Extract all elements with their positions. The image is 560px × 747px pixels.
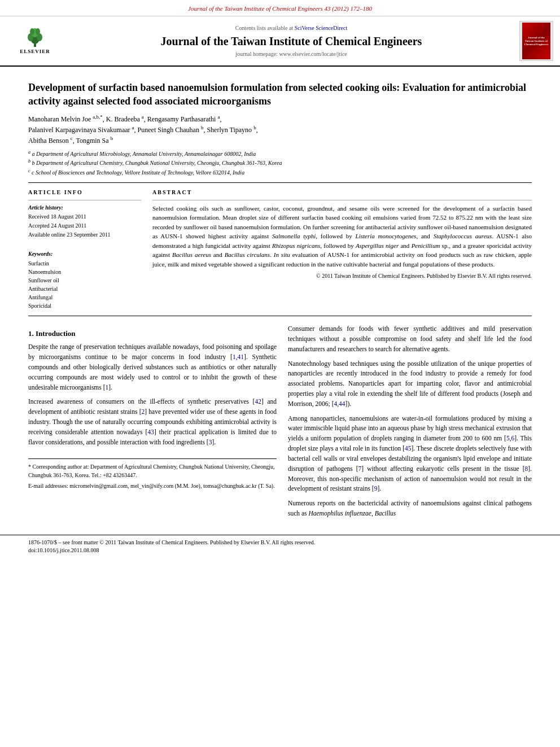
footnote-email: E-mail addresses: micromelvin@gmail.com,…	[28, 482, 277, 490]
elsevier-label: ELSEVIER	[20, 48, 50, 55]
copyright-line: © 2011 Taiwan Institute of Chemical Engi…	[152, 272, 532, 280]
elsevier-logo-area: ELSEVIER	[7, 21, 63, 61]
body-right-column: Consumer demands for foods with fewer sy…	[288, 324, 532, 523]
bottom-bar: 1876-1070/$ – see front matter © 2011 Ta…	[0, 535, 560, 558]
doi-line: doi:10.1016/j.jtice.2011.08.008	[28, 547, 532, 554]
journal-title-header: Journal of the Taiwan Institute of Chemi…	[69, 34, 514, 48]
top-bar: Journal of the Taiwan Institute of Chemi…	[0, 0, 560, 16]
divider-before-body	[28, 316, 532, 316]
svg-point-6	[36, 28, 40, 35]
intro-para-1: Despite the range of preservation techni…	[28, 342, 277, 392]
footnote-corresponding: * Corresponding author at: Department of…	[28, 462, 277, 479]
keyword-surfactin: Surfactin	[28, 259, 141, 268]
received-date: Received 18 August 2011	[28, 213, 141, 221]
keywords-title: Keywords:	[28, 250, 141, 258]
divider-after-affiliations	[28, 182, 532, 183]
body-left-column: 1. Introduction Despite the range of pre…	[28, 324, 277, 523]
accepted-date: Accepted 24 August 2011	[28, 222, 141, 230]
journal-header: ELSEVIER Contents lists available at Sci…	[0, 16, 560, 67]
footnote-area: * Corresponding author at: Department of…	[28, 458, 277, 490]
intro-para-nano: Nanotechnology based techniques using th…	[288, 359, 532, 409]
sciverse-text: Contents lists available at SciVerse Sci…	[69, 24, 514, 32]
intro-para-nanoemulsions: Among nanoparticles, nanoemulsions are w…	[288, 414, 532, 495]
available-date: Available online 23 September 2011	[28, 231, 141, 239]
journal-homepage: journal homepage: www.elsevier.com/locat…	[69, 50, 514, 58]
keyword-nanoemulsion: Nanoemulsion	[28, 268, 141, 276]
sciverse-link[interactable]: SciVerse ScienceDirect	[295, 25, 348, 31]
abstract-panel: ABSTRACT Selected cooking oils such as s…	[152, 189, 532, 310]
issn-line: 1876-1070/$ – see front matter © 2011 Ta…	[28, 539, 532, 547]
article-info-heading: ARTICLE INFO	[28, 189, 141, 196]
keyword-antifungal: Antifungal	[28, 293, 141, 302]
abstract-heading: ABSTRACT	[152, 189, 532, 196]
article-history-title: Article history:	[28, 204, 141, 212]
svg-point-5	[30, 28, 34, 35]
article-title: Development of surfactin based nanoemuls…	[28, 81, 532, 108]
journal-citation: Journal of the Taiwan Institute of Chemi…	[188, 5, 372, 12]
introduction-heading: 1. Introduction	[28, 329, 277, 339]
affiliations: a a Department of Agricultural Microbiol…	[28, 149, 532, 177]
article-info-panel: ARTICLE INFO Article history: Received 1…	[28, 189, 141, 310]
keyword-sunflower: Sunflower oil	[28, 276, 141, 285]
header-center: Contents lists available at SciVerse Sci…	[69, 21, 514, 61]
elsevier-tree-icon	[24, 27, 46, 47]
intro-para-2: Increased awareness of consumers on the …	[28, 397, 277, 447]
authors-line: Manoharan Melvin Joe a,b,*, K. Bradeeba …	[28, 113, 532, 146]
intro-para-numerous: Numerous reports on the bactericidal act…	[288, 499, 532, 519]
keyword-sporicidal: Sporicidal	[28, 302, 141, 310]
abstract-text: Selected cooking oils such as sunflower,…	[152, 204, 532, 269]
journal-thumbnail: Journal of the Taiwan Institute of Chemi…	[519, 21, 553, 61]
intro-para-consumer: Consumer demands for foods with fewer sy…	[288, 324, 532, 354]
keywords-list: Surfactin Nanoemulsion Sunflower oil Ant…	[28, 259, 141, 310]
keyword-antibacterial: Antibacterial	[28, 285, 141, 293]
